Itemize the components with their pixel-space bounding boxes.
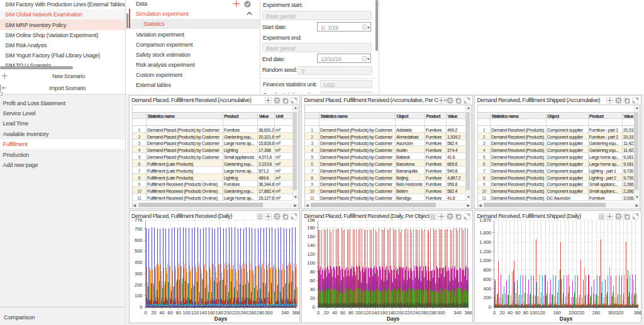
svg-text:1,200: 1,200 [479, 249, 491, 254]
svg-text:0: 0 [489, 304, 491, 310]
svg-text:0: 0 [313, 304, 315, 310]
svg-text:240: 240 [413, 310, 421, 316]
svg-text:20: 20 [499, 310, 504, 316]
svg-text:100: 100 [355, 310, 364, 316]
svg-text:120: 120 [191, 310, 199, 316]
svg-text:0: 0 [493, 310, 496, 316]
svg-text:0: 0 [140, 304, 142, 310]
svg-text:80: 80 [523, 310, 528, 316]
svg-text:1,400: 1,400 [479, 239, 491, 245]
svg-text:40: 40 [332, 310, 337, 316]
svg-text:100: 100 [307, 260, 315, 266]
svg-text:200: 200 [134, 282, 142, 288]
svg-text:80: 80 [310, 269, 315, 275]
svg-text:Days: Days [214, 316, 227, 322]
svg-text:Days: Days [387, 316, 400, 322]
svg-text:600: 600 [483, 277, 491, 282]
svg-text:220: 220 [404, 310, 413, 316]
svg-text:340: 340 [281, 310, 289, 316]
svg-text:260: 260 [421, 310, 429, 316]
svg-text:40: 40 [508, 310, 513, 316]
svg-text:1,000: 1,000 [479, 258, 491, 263]
svg-text:220: 220 [231, 310, 240, 316]
svg-text:120: 120 [538, 310, 546, 316]
svg-text:160: 160 [307, 234, 315, 239]
svg-text:20: 20 [151, 310, 156, 316]
svg-text:140: 140 [199, 310, 207, 316]
svg-text:500: 500 [134, 248, 142, 254]
svg-text:800: 800 [483, 267, 491, 273]
svg-text:366: 366 [634, 310, 641, 316]
svg-text:100: 100 [182, 310, 191, 316]
svg-text:40: 40 [159, 310, 164, 316]
svg-text:80: 80 [348, 310, 353, 316]
svg-text:300: 300 [608, 310, 616, 316]
svg-text:120: 120 [364, 310, 372, 316]
svg-text:320: 320 [616, 310, 624, 316]
svg-text:60: 60 [310, 278, 315, 283]
svg-text:0: 0 [144, 310, 147, 316]
svg-text:40: 40 [310, 287, 315, 292]
svg-text:200: 200 [483, 295, 491, 300]
svg-text:280: 280 [429, 310, 437, 316]
svg-text:600: 600 [134, 237, 142, 243]
svg-text:60: 60 [515, 310, 520, 316]
svg-text:60: 60 [340, 310, 345, 316]
svg-text:20: 20 [310, 295, 315, 301]
svg-text:260: 260 [592, 310, 601, 316]
svg-text:280: 280 [257, 310, 265, 316]
svg-text:776: 776 [134, 217, 142, 223]
svg-text:300: 300 [134, 271, 142, 277]
svg-text:120: 120 [307, 251, 315, 257]
svg-text:400: 400 [483, 286, 491, 292]
svg-text:Days: Days [560, 316, 573, 322]
svg-text:140: 140 [372, 310, 380, 316]
svg-text:196: 196 [307, 217, 315, 223]
svg-text:100: 100 [134, 293, 142, 299]
svg-text:260: 260 [248, 310, 257, 316]
svg-text:366: 366 [464, 310, 472, 316]
svg-text:400: 400 [134, 259, 142, 265]
svg-text:300: 300 [265, 310, 273, 316]
svg-text:1,870: 1,870 [479, 217, 491, 223]
svg-text:180: 180 [307, 225, 315, 231]
svg-text:340: 340 [453, 310, 462, 316]
svg-text:100: 100 [530, 310, 538, 316]
svg-text:366: 366 [292, 310, 300, 316]
svg-text:0: 0 [317, 310, 319, 316]
svg-text:220: 220 [577, 310, 585, 316]
svg-text:1,600: 1,600 [479, 230, 491, 236]
svg-text:240: 240 [240, 310, 248, 316]
svg-text:300: 300 [437, 310, 445, 316]
svg-text:20: 20 [324, 310, 329, 316]
svg-text:80: 80 [175, 310, 180, 316]
svg-text:140: 140 [307, 242, 315, 248]
svg-text:700: 700 [134, 226, 142, 232]
svg-text:60: 60 [167, 310, 172, 316]
